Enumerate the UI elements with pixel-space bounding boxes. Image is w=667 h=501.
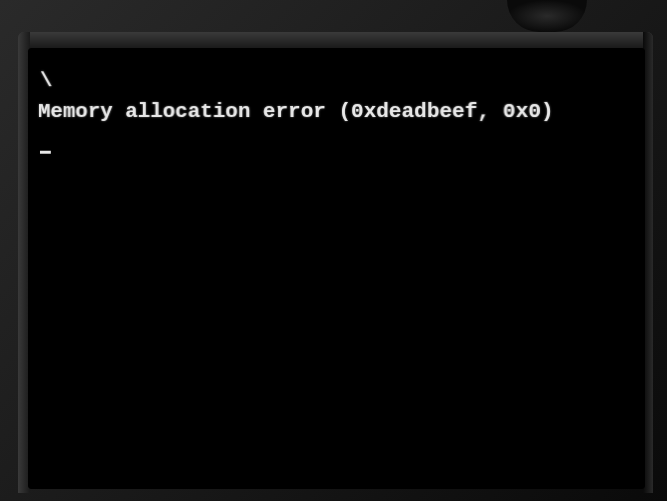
screen: \ Memory allocation error (0xdeadbeef, 0… <box>28 48 645 489</box>
error-message-line: Memory allocation error (0xdeadbeef, 0x0… <box>38 97 639 127</box>
bezel-edge-top <box>18 32 653 48</box>
error-text: Memory allocation error (0xdeadbeef, 0x0… <box>38 100 554 123</box>
monitor-bezel: \ Memory allocation error (0xdeadbeef, 0… <box>0 0 667 501</box>
terminal-cursor <box>40 151 51 154</box>
cursor-line <box>38 129 639 159</box>
boot-spinner: \ <box>38 66 639 96</box>
terminal-output: \ Memory allocation error (0xdeadbeef, 0… <box>30 48 645 177</box>
webcam-bump <box>507 0 587 32</box>
spinner-char: \ <box>40 69 52 92</box>
